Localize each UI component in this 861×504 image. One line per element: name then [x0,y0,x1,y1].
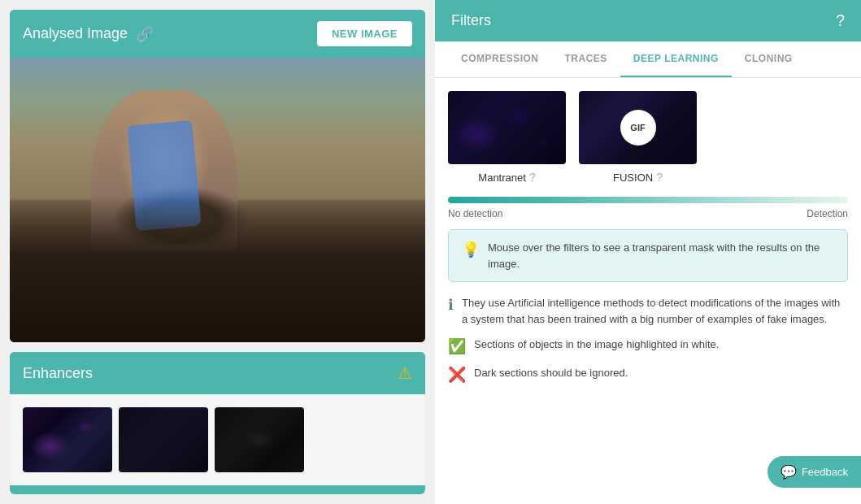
info-box: 💡 Mouse over the filters to see a transp… [448,229,848,282]
enhancers-card: Enhancers ⚠ [10,352,425,494]
analysed-image-card: Analysed Image 🔗 NEW IMAGE [10,10,425,342]
detection-bar [448,197,848,203]
tab-traces[interactable]: TRACES [552,41,620,77]
fusion-thumbnail: GIF [579,91,697,164]
tab-deep-learning[interactable]: DEEP LEARNING [620,41,732,77]
check-circle-icon: ✅ [448,337,466,355]
desc-item-dark: ❌ Dark sections should be ignored. [448,365,848,384]
left-panel: Analysed Image 🔗 NEW IMAGE En [0,0,435,504]
detection-bar-container: No detection Detection [448,197,848,219]
main-image [10,58,425,342]
desc-text-dark: Dark sections should be ignored. [474,365,628,381]
link-icon: 🔗 [136,25,154,43]
filter-content: Mantranet ? GIF FUSION ? [435,78,861,504]
enhancer-thumb-image-2 [119,407,208,472]
detection-labels: No detection Detection [448,208,848,219]
mantranet-thumbnail [448,91,566,164]
fusion-thumb-image: GIF [579,91,697,164]
mantranet-name: Mantranet [478,172,526,184]
enhancers-title: Enhancers [23,365,93,382]
feedback-button[interactable]: 💬 Feedback [768,456,861,488]
enhancer-thumbnail-3[interactable] [215,407,304,472]
enhancers-header: Enhancers ⚠ [10,352,425,394]
cross-circle-icon: ❌ [448,366,466,384]
mantranet-label: Mantranet ? [478,171,535,184]
enhancer-thumbnail-1[interactable] [23,407,112,472]
filter-tabs: COMPRESSION TRACES DEEP LEARNING CLONING [435,41,861,78]
fusion-help-icon[interactable]: ? [656,171,663,184]
fusion-label: FUSION ? [613,171,663,184]
description-section: ℹ They use Artificial intelligence metho… [448,295,848,384]
bulb-icon: 💡 [462,241,480,259]
detection-bar-inner [448,197,848,203]
desc-item-white: ✅ Sections of objects in the image highl… [448,337,848,355]
desc-text-ai: They use Artificial intelligence methods… [462,295,848,327]
warning-icon: ⚠ [398,363,412,383]
main-image-container [10,58,425,342]
gif-badge: GIF [620,110,656,146]
new-image-button[interactable]: NEW IMAGE [317,21,412,46]
model-card-fusion[interactable]: GIF FUSION ? [579,91,697,184]
info-circle-icon: ℹ [448,296,454,314]
mantranet-help-icon[interactable]: ? [529,171,536,184]
enhancer-thumb-image-1 [23,407,112,472]
feedback-label: Feedback [802,466,848,478]
analysed-image-header-left: Analysed Image 🔗 [23,25,154,43]
right-panel: Filters ? COMPRESSION TRACES DEEP LEARNI… [435,0,861,504]
tab-compression[interactable]: COMPRESSION [448,41,552,77]
analysed-image-title: Analysed Image [23,25,128,42]
detection-label: Detection [807,208,848,219]
info-box-text: Mouse over the filters to see a transpar… [488,240,834,272]
filters-help-icon[interactable]: ? [836,11,845,30]
chat-icon: 💬 [781,464,797,480]
no-detection-label: No detection [448,208,502,219]
enhancer-thumbnail-2[interactable] [119,407,208,472]
desc-item-ai: ℹ They use Artificial intelligence metho… [448,295,848,327]
fusion-name: FUSION [613,172,653,184]
thumbnails-row [10,394,425,485]
analysed-image-header: Analysed Image 🔗 NEW IMAGE [10,10,425,58]
filters-header: Filters ? [435,0,861,41]
mantranet-thumb-image [448,91,566,164]
enhancer-thumb-image-3 [215,407,304,472]
filters-title: Filters [451,12,491,29]
filter-models-row: Mantranet ? GIF FUSION ? [448,91,848,184]
model-card-mantranet[interactable]: Mantranet ? [448,91,566,184]
tab-cloning[interactable]: CLONING [732,41,806,77]
desc-text-white: Sections of objects in the image highlig… [474,337,719,353]
